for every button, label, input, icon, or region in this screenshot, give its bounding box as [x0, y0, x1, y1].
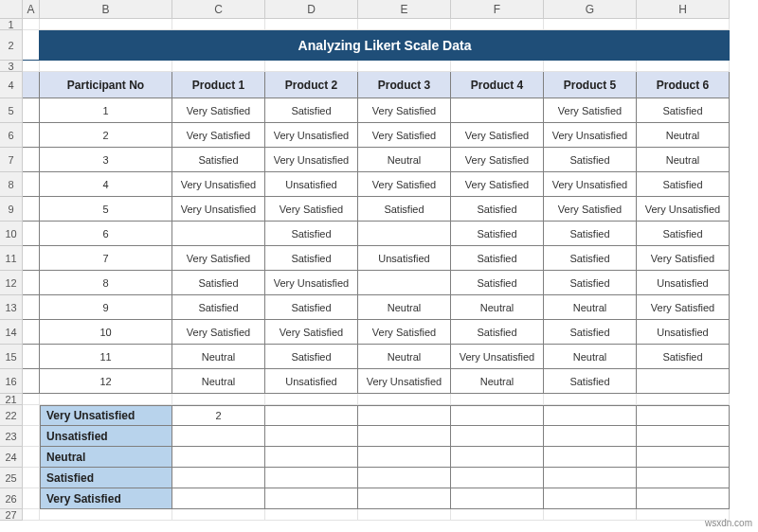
- table-cell[interactable]: 7: [40, 246, 172, 271]
- summary-value[interactable]: [172, 447, 265, 468]
- summary-value[interactable]: [637, 488, 730, 509]
- cell[interactable]: [637, 61, 730, 72]
- summary-label[interactable]: Satisfied: [40, 468, 172, 488]
- summary-value[interactable]: [637, 426, 730, 447]
- summary-value[interactable]: [637, 468, 730, 488]
- table-cell[interactable]: [358, 222, 451, 246]
- table-cell[interactable]: 2: [40, 123, 172, 148]
- table-cell[interactable]: Very Satisfied: [451, 172, 544, 197]
- table-header[interactable]: Participant No: [40, 72, 172, 98]
- row-header-25[interactable]: 25: [0, 468, 23, 488]
- row-header-1[interactable]: 1: [0, 19, 23, 30]
- row-header-5[interactable]: 5: [0, 98, 23, 123]
- row-header-27[interactable]: 27: [0, 509, 23, 521]
- row-header-26[interactable]: 26: [0, 488, 23, 509]
- cell[interactable]: [451, 394, 544, 405]
- table-cell[interactable]: 11: [40, 345, 172, 369]
- cell[interactable]: [23, 123, 40, 148]
- summary-value[interactable]: 2: [172, 405, 265, 426]
- cell[interactable]: [23, 246, 40, 271]
- summary-label[interactable]: Very Satisfied: [40, 488, 172, 509]
- table-cell[interactable]: Very Satisfied: [544, 98, 637, 123]
- cell[interactable]: [265, 61, 358, 72]
- cell[interactable]: [637, 394, 730, 405]
- table-cell[interactable]: Neutral: [172, 369, 265, 394]
- table-header[interactable]: Product 4: [451, 72, 544, 98]
- cell[interactable]: [23, 426, 40, 447]
- column-header-F[interactable]: F: [451, 0, 544, 19]
- table-cell[interactable]: 1: [40, 98, 172, 123]
- table-cell[interactable]: Neutral: [544, 345, 637, 369]
- row-header-14[interactable]: 14: [0, 320, 23, 345]
- table-cell[interactable]: Unsatisfied: [265, 172, 358, 197]
- table-cell[interactable]: Very Satisfied: [172, 320, 265, 345]
- row-header-11[interactable]: 11: [0, 246, 23, 271]
- table-cell[interactable]: Satisfied: [637, 222, 730, 246]
- table-cell[interactable]: Very Unsatisfied: [637, 197, 730, 222]
- row-header-2[interactable]: 2: [0, 30, 23, 61]
- column-header-A[interactable]: A: [23, 0, 40, 19]
- cell[interactable]: [40, 61, 172, 72]
- table-cell[interactable]: Satisfied: [451, 246, 544, 271]
- table-cell[interactable]: Satisfied: [172, 295, 265, 320]
- summary-value[interactable]: [451, 447, 544, 468]
- summary-value[interactable]: [265, 405, 358, 426]
- table-cell[interactable]: Unsatisfied: [265, 369, 358, 394]
- cell[interactable]: [23, 394, 40, 405]
- cell[interactable]: [23, 488, 40, 509]
- table-cell[interactable]: 12: [40, 369, 172, 394]
- table-cell[interactable]: Satisfied: [265, 246, 358, 271]
- table-cell[interactable]: Unsatisfied: [637, 320, 730, 345]
- page-title[interactable]: Analyzing Likert Scale Data: [40, 30, 730, 61]
- table-cell[interactable]: Neutral: [637, 148, 730, 172]
- row-header-16[interactable]: 16: [0, 369, 23, 394]
- cell[interactable]: [23, 509, 40, 521]
- cell[interactable]: [172, 509, 265, 521]
- cell[interactable]: [23, 369, 40, 394]
- table-cell[interactable]: Very Satisfied: [358, 320, 451, 345]
- table-cell[interactable]: Satisfied: [172, 148, 265, 172]
- cell[interactable]: [23, 148, 40, 172]
- table-cell[interactable]: Satisfied: [358, 197, 451, 222]
- table-cell[interactable]: Neutral: [358, 148, 451, 172]
- table-cell[interactable]: Neutral: [358, 295, 451, 320]
- summary-value[interactable]: [451, 468, 544, 488]
- table-header[interactable]: Product 1: [172, 72, 265, 98]
- table-cell[interactable]: Very Satisfied: [358, 123, 451, 148]
- cell[interactable]: [358, 61, 451, 72]
- cell[interactable]: [172, 61, 265, 72]
- summary-value[interactable]: [544, 405, 637, 426]
- table-cell[interactable]: Very Satisfied: [637, 295, 730, 320]
- table-cell[interactable]: 3: [40, 148, 172, 172]
- row-header-24[interactable]: 24: [0, 447, 23, 468]
- table-cell[interactable]: Satisfied: [451, 271, 544, 295]
- table-cell[interactable]: Satisfied: [265, 222, 358, 246]
- row-header-7[interactable]: 7: [0, 148, 23, 172]
- summary-value[interactable]: [265, 426, 358, 447]
- cell[interactable]: [40, 509, 172, 521]
- table-cell[interactable]: Very Satisfied: [172, 123, 265, 148]
- summary-value[interactable]: [637, 447, 730, 468]
- summary-value[interactable]: [172, 426, 265, 447]
- table-header[interactable]: Product 5: [544, 72, 637, 98]
- cell[interactable]: [265, 509, 358, 521]
- table-cell[interactable]: 5: [40, 197, 172, 222]
- summary-value[interactable]: [451, 488, 544, 509]
- summary-value[interactable]: [544, 447, 637, 468]
- row-header-8[interactable]: 8: [0, 172, 23, 197]
- summary-value[interactable]: [358, 488, 451, 509]
- row-header-13[interactable]: 13: [0, 295, 23, 320]
- table-cell[interactable]: Satisfied: [265, 98, 358, 123]
- table-cell[interactable]: Very Unsatisfied: [544, 123, 637, 148]
- table-cell[interactable]: Very Satisfied: [172, 246, 265, 271]
- summary-label[interactable]: Unsatisfied: [40, 426, 172, 447]
- table-cell[interactable]: 9: [40, 295, 172, 320]
- table-cell[interactable]: Unsatisfied: [637, 271, 730, 295]
- cell[interactable]: [544, 509, 637, 521]
- select-all-corner[interactable]: [0, 0, 23, 19]
- table-cell[interactable]: Very Satisfied: [451, 123, 544, 148]
- row-header-21[interactable]: 21: [0, 394, 23, 405]
- cell[interactable]: [451, 509, 544, 521]
- summary-value[interactable]: [358, 447, 451, 468]
- column-header-E[interactable]: E: [358, 0, 451, 19]
